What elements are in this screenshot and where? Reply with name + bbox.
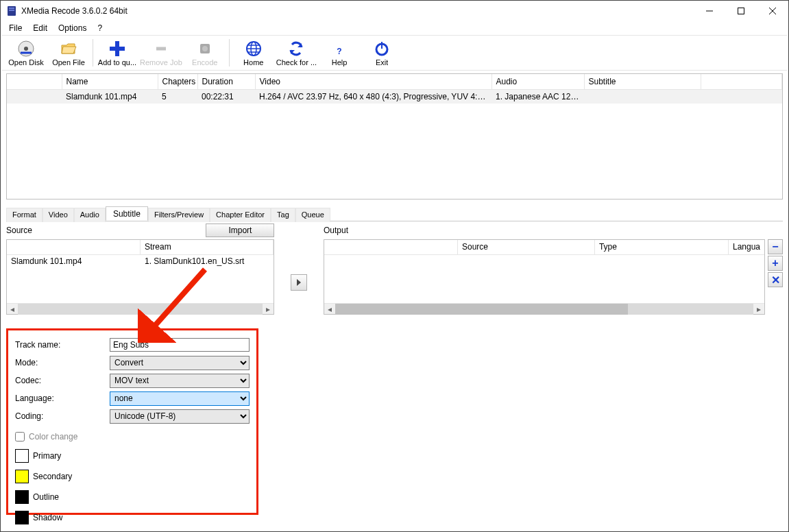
primary-color-swatch[interactable] [15,449,29,463]
codec-select[interactable]: MOV text [110,374,250,388]
help-button[interactable]: ? Help [318,36,361,70]
maximize-button[interactable] [725,1,757,21]
menu-options[interactable]: Options [53,22,92,34]
subtitle-settings-panel: Track name: Mode: Convert Codec: MOV tex… [6,328,258,515]
source-row[interactable]: Slamdunk 101.mp4 1. SlamDunk101.en_US.sr… [7,255,274,269]
tab-video[interactable]: Video [43,208,74,222]
tab-subtitle[interactable]: Subtitle [106,206,148,221]
col-duration[interactable]: Duration [197,74,255,90]
close-button[interactable] [757,1,788,21]
shadow-color-swatch[interactable] [15,511,29,524]
tab-format[interactable]: Format [6,208,43,222]
scroll-left-icon[interactable]: ◂ [7,304,18,315]
outline-color-swatch[interactable] [15,490,29,504]
import-button[interactable]: Import [206,223,274,237]
secondary-label: Secondary [33,472,72,481]
encode-icon [195,39,215,58]
home-button[interactable]: Home [232,36,275,70]
scroll-left-icon[interactable]: ◂ [324,304,335,315]
encode-button: Encode [184,36,226,70]
svg-rect-4 [738,8,744,14]
scroll-right-icon[interactable]: ▸ [753,304,764,315]
file-list[interactable]: Name Chapters Duration Video Audio Subti… [6,73,783,200]
tab-filters[interactable]: Filters/Preview [148,208,210,222]
language-select[interactable]: none [110,391,250,406]
add-to-output-button[interactable] [291,274,307,291]
col-stream[interactable]: Stream [141,240,274,254]
menu-edit[interactable]: Edit [27,22,53,34]
svg-point-10 [202,46,208,51]
menu-help[interactable]: ? [92,22,108,34]
col-chapters[interactable]: Chapters [158,74,197,90]
plus-icon [108,39,127,58]
folder-icon [59,39,78,58]
add-output-button[interactable]: + [768,256,783,271]
remove-output-button[interactable]: − [768,239,783,254]
clear-output-button[interactable]: ✕ [768,272,783,287]
mode-select[interactable]: Convert [110,356,250,370]
window-title: XMedia Recode 3.6.0.2 64bit [21,6,694,16]
menu-file[interactable]: File [3,22,27,34]
coding-select[interactable]: Unicode (UTF-8) [110,409,250,424]
globe-icon [244,39,263,58]
primary-label: Primary [33,451,61,461]
language-label: Language: [15,394,110,403]
output-title: Output [324,226,783,235]
coding-label: Coding: [15,411,110,421]
col-subtitle[interactable]: Subtitle [584,74,701,90]
disk-icon [16,39,36,58]
scrollbar-horizontal-output[interactable]: ◂ ▸ [324,303,764,314]
question-icon: ? [330,39,349,58]
svg-rect-15 [381,42,383,49]
track-name-input[interactable] [110,338,250,352]
arrow-right-icon [295,279,302,286]
scroll-right-icon[interactable]: ▸ [263,304,274,315]
minimize-button[interactable] [694,1,725,21]
color-change-checkbox[interactable] [15,432,25,442]
shadow-label: Shadow [33,513,62,522]
scrollbar-horizontal[interactable]: ◂ ▸ [7,303,274,314]
svg-text:?: ? [337,47,341,56]
tab-queue[interactable]: Queue [295,208,330,222]
check-update-button[interactable]: Check for ... [275,36,318,70]
minus-icon [151,39,171,58]
source-listbox[interactable]: Stream Slamdunk 101.mp4 1. SlamDunk101.e… [6,239,274,315]
svg-rect-2 [9,10,14,11]
col-type[interactable]: Type [595,240,729,254]
col-name[interactable]: Name [62,74,158,90]
tab-audio[interactable]: Audio [74,208,106,222]
exit-button[interactable]: Exit [361,36,403,70]
tab-chapter[interactable]: Chapter Editor [210,208,271,222]
codec-label: Codec: [15,376,110,385]
open-disk-button[interactable]: Open Disk [5,36,47,70]
svg-rect-1 [9,8,14,9]
col-audio[interactable]: Audio [491,74,584,90]
remove-job-button: Remove Job [138,36,184,70]
outline-label: Outline [33,492,59,502]
output-listbox[interactable]: Source Type Langua ◂ ▸ [324,239,765,315]
open-file-button[interactable]: Open File [47,36,90,70]
refresh-icon [287,39,306,58]
color-change-label: Color change [29,432,77,442]
source-title: Source [6,226,206,235]
file-row[interactable]: Slamdunk 101.mp4 5 00:22:31 H.264 / AVC … [7,90,782,104]
add-to-queue-button[interactable]: Add to qu... [96,36,138,70]
col-source[interactable]: Source [458,240,595,254]
secondary-color-swatch[interactable] [15,470,29,483]
mode-label: Mode: [15,358,110,367]
svg-point-8 [24,47,28,51]
power-icon [372,39,391,58]
col-language[interactable]: Langua [729,240,764,254]
col-video[interactable]: Video [255,74,491,90]
track-name-label: Track name: [15,340,110,350]
tab-tag[interactable]: Tag [271,208,295,222]
app-icon [6,5,17,16]
